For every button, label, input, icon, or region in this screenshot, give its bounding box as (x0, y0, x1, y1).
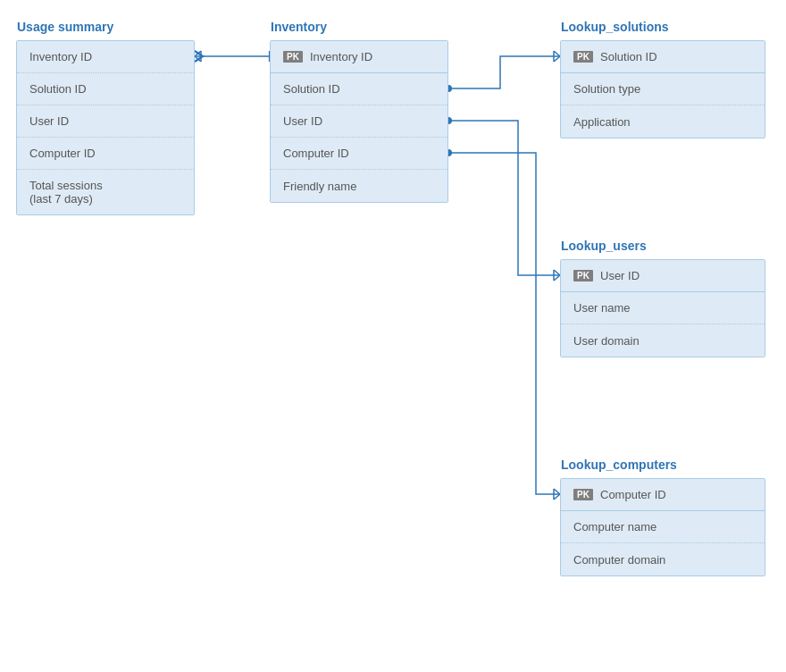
lookup-users-field-user-domain: User domain (573, 334, 640, 348)
cf-usr-bottom (554, 275, 560, 281)
usage-summary-row-total-sessions: Total sessions(last 7 days) (17, 170, 194, 214)
usage-summary-row-inventory-id: Inventory ID (17, 41, 194, 73)
usage-summary-field-solution-id: Solution ID (29, 82, 87, 96)
connector-user-id (448, 121, 560, 275)
usage-summary-field-inventory-id: Inventory ID (29, 50, 92, 63)
pk-badge-solution-id: PK (573, 51, 593, 63)
usage-summary-field-user-id: User ID (29, 114, 69, 128)
lookup-solutions-title: Lookup_solutions (561, 20, 669, 34)
lookup-computers-row-computer-domain: Computer domain (561, 543, 765, 575)
inventory-row-user-id: User ID (271, 105, 447, 138)
lookup-computers-row-computer-name: Computer name (561, 511, 765, 543)
lookup-users-row-user-id: PK User ID (561, 260, 765, 292)
cf-comp-top (554, 489, 560, 494)
cf-sol-bottom (554, 56, 560, 62)
inventory-title: Inventory (271, 20, 327, 34)
cf-usr-top (554, 270, 560, 275)
inventory-field-user-id: User ID (283, 114, 322, 128)
lookup-computers-field-computer-domain: Computer domain (573, 553, 665, 567)
cf-comp-bottom (554, 494, 560, 500)
pk-badge-inventory-id: PK (283, 51, 303, 63)
pk-badge-user-id: PK (573, 270, 593, 281)
lookup-solutions-row-solution-id: PK Solution ID (561, 41, 765, 73)
lookup-solutions-field-application: Application (573, 115, 631, 129)
usage-summary-field-total-sessions: Total sessions(last 7 days) (29, 179, 103, 206)
lookup-users-table: Lookup_users PK User ID User name User d… (560, 259, 765, 357)
lookup-computers-title: Lookup_computers (561, 458, 677, 472)
inventory-field-friendly-name: Friendly name (283, 180, 356, 193)
lookup-users-title: Lookup_users (561, 239, 647, 253)
inventory-field-inventory-id: Inventory ID (310, 50, 372, 63)
usage-summary-row-solution-id: Solution ID (17, 73, 194, 105)
inventory-field-solution-id: Solution ID (283, 82, 340, 96)
diagram-canvas: Usage summary Inventory ID Solution ID U… (0, 0, 786, 672)
lookup-users-field-user-name: User name (573, 301, 631, 315)
usage-summary-row-user-id: User ID (17, 105, 194, 138)
lookup-computers-field-computer-name: Computer name (573, 520, 656, 533)
usage-summary-table: Usage summary Inventory ID Solution ID U… (16, 40, 195, 215)
lookup-solutions-row-application: Application (561, 105, 765, 138)
lookup-solutions-table: Lookup_solutions PK Solution ID Solution… (560, 40, 765, 139)
inventory-row-friendly-name: Friendly name (271, 170, 447, 202)
lookup-users-row-user-name: User name (561, 292, 765, 324)
connector-solution-id (448, 56, 560, 88)
inventory-table: Inventory PK Inventory ID Solution ID Us… (270, 40, 448, 203)
inventory-row-computer-id: Computer ID (271, 138, 447, 170)
pk-badge-computer-id: PK (573, 489, 593, 500)
lookup-users-row-user-domain: User domain (561, 324, 765, 357)
lookup-users-field-user-id: User ID (600, 269, 640, 282)
lookup-solutions-field-solution-id: Solution ID (600, 50, 657, 63)
lookup-solutions-row-solution-type: Solution type (561, 73, 765, 105)
inventory-field-computer-id: Computer ID (283, 147, 349, 160)
lookup-solutions-field-solution-type: Solution type (573, 82, 640, 96)
crowfoot-top (195, 51, 201, 56)
lookup-computers-row-computer-id: PK Computer ID (561, 479, 765, 511)
cf-sol-top (554, 51, 560, 56)
inventory-row-solution-id: Solution ID (271, 73, 447, 105)
usage-summary-row-computer-id: Computer ID (17, 138, 194, 170)
inventory-row-inventory-id: PK Inventory ID (271, 41, 447, 73)
connector-computer-id (448, 153, 560, 494)
usage-summary-field-computer-id: Computer ID (29, 147, 96, 160)
crowfoot-bottom (195, 56, 201, 62)
lookup-computers-field-computer-id: Computer ID (600, 488, 666, 501)
lookup-computers-table: Lookup_computers PK Computer ID Computer… (560, 478, 765, 576)
usage-summary-title: Usage summary (17, 20, 113, 34)
